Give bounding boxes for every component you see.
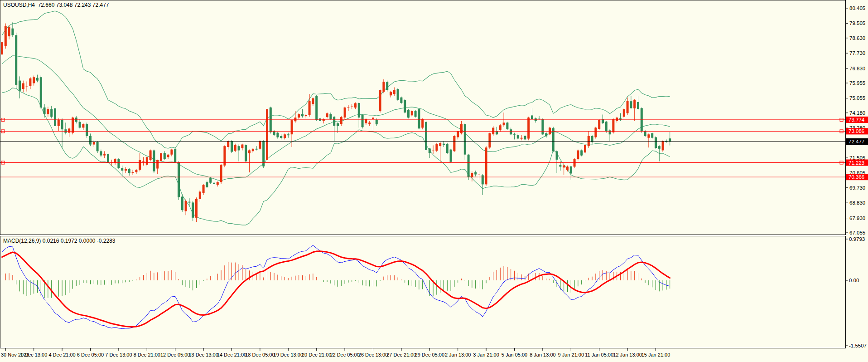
candle	[86, 124, 88, 136]
candle	[524, 136, 526, 139]
candle	[266, 109, 268, 160]
candle	[425, 122, 427, 150]
candle	[376, 120, 378, 124]
candle	[623, 109, 625, 117]
candle	[584, 145, 586, 153]
candle	[390, 92, 392, 95]
bollinger-lower-line	[2, 88, 670, 225]
macd-indicator-label: MACD(12,26,9) 0.0216 0.1972 0.0000 -0.22…	[3, 238, 116, 244]
trading-chart-window[interactable]: USOUSD,H4 72.660 73.048 72.243 72.477 MA…	[0, 0, 868, 362]
candle	[421, 119, 424, 128]
chart-title: USOUSD,H4 72.660 73.048 72.243 72.477	[3, 2, 109, 8]
candle	[588, 136, 590, 146]
candle	[354, 103, 357, 108]
candle	[287, 134, 289, 135]
candle	[121, 168, 123, 171]
price-tick-label: 75.955	[849, 80, 865, 86]
price-tick-label: 77.730	[849, 50, 865, 56]
candle	[333, 117, 335, 126]
time-label: 8 Dec 21:00	[134, 352, 160, 357]
candle	[549, 127, 551, 134]
candle	[510, 129, 512, 134]
bollinger-bands	[2, 11, 670, 225]
candle	[188, 202, 190, 203]
candle	[114, 159, 116, 163]
candle	[238, 146, 240, 150]
candle	[658, 146, 661, 149]
candle	[195, 199, 198, 218]
candle	[11, 29, 14, 35]
candle	[79, 122, 81, 128]
candle	[506, 122, 508, 129]
time-label: 13 Dec 13:00	[188, 352, 218, 357]
candle	[125, 169, 127, 171]
candle	[294, 117, 296, 121]
candle	[344, 108, 346, 117]
candle	[241, 145, 243, 148]
time-label: 15 Jan 21:00	[641, 352, 670, 357]
candle	[605, 122, 608, 132]
candle	[178, 162, 180, 197]
candle	[488, 133, 491, 148]
price-tag-label: 73.774	[849, 117, 865, 122]
candle	[58, 120, 60, 126]
candle	[594, 127, 597, 137]
candle	[464, 124, 466, 155]
candle	[43, 108, 46, 114]
candle	[170, 150, 173, 155]
candle	[619, 118, 622, 120]
macd-histogram	[2, 262, 670, 298]
time-label: 8 Jan 13:00	[530, 352, 556, 357]
price-tick-label: 75.055	[849, 95, 865, 101]
candle	[616, 117, 618, 121]
candle	[407, 110, 410, 118]
candle	[96, 142, 99, 151]
candle	[100, 151, 102, 155]
candle	[185, 201, 187, 211]
candle	[492, 127, 494, 134]
candle	[496, 132, 498, 135]
candle	[517, 135, 519, 138]
candle	[513, 134, 516, 135]
time-label: 11 Jan 05:00	[585, 352, 613, 357]
candle	[545, 133, 547, 137]
candle	[291, 120, 293, 134]
candle	[457, 132, 459, 137]
candle	[415, 111, 417, 117]
macd-tick-label: 0.00	[849, 278, 859, 283]
candle	[309, 101, 311, 115]
candle	[503, 122, 505, 125]
candle	[167, 155, 169, 157]
time-label: 5 Jan 05:00	[502, 352, 528, 357]
price-tick-label: 67.055	[849, 230, 865, 235]
candle	[50, 109, 53, 117]
candle	[627, 101, 629, 113]
time-label: 20 Dec 21:00	[302, 352, 331, 357]
candle	[644, 132, 646, 136]
time-label: 9 Jan 21:00	[558, 352, 584, 357]
candle	[418, 109, 420, 129]
price-tick-label: 76.830	[849, 66, 865, 71]
candle	[181, 197, 183, 210]
candle	[256, 149, 258, 150]
candle	[19, 81, 21, 91]
chart-canvas[interactable]: 80.40579.50578.63077.73076.83075.95575.0…	[0, 0, 868, 362]
price-tick-label: 68.830	[849, 200, 865, 205]
candle	[276, 133, 279, 137]
macd-tick-label: 0.9793	[849, 236, 865, 242]
candle	[174, 149, 176, 162]
candle	[559, 165, 561, 166]
candle	[527, 117, 530, 138]
candle	[259, 141, 261, 149]
candle	[386, 82, 388, 90]
candle	[468, 155, 470, 177]
candle	[563, 166, 565, 168]
candle	[22, 83, 24, 89]
price-tick-label: 67.930	[849, 215, 865, 221]
candle	[482, 175, 484, 184]
macd-panel-border	[0, 236, 846, 348]
time-label: 2 Jan 13:00	[445, 352, 471, 357]
candle	[570, 166, 572, 174]
candle	[400, 98, 402, 103]
candle	[103, 154, 106, 156]
